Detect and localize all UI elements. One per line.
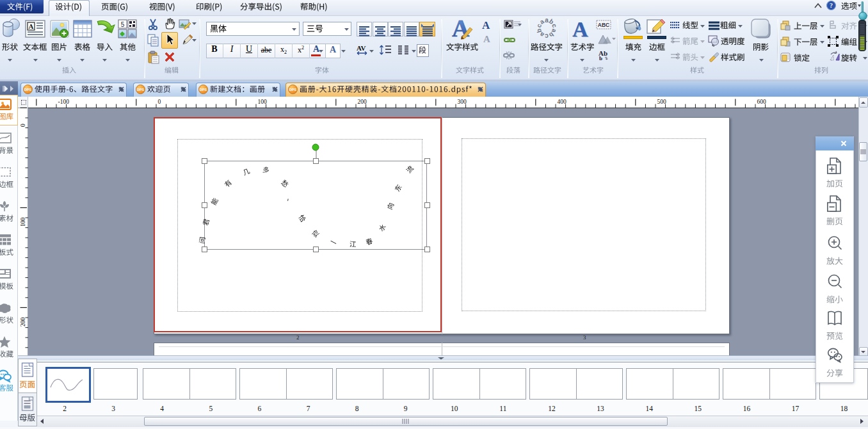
svg-text:300: 300: [458, 99, 467, 105]
svg-text:200: 200: [20, 318, 26, 327]
svg-text:DPS: DPS: [24, 88, 32, 92]
svg-text:DPS: DPS: [200, 88, 207, 92]
svg-text:b: b: [599, 55, 602, 61]
svg-text:DPS: DPS: [137, 88, 145, 92]
svg-text:DPS: DPS: [289, 88, 297, 92]
svg-text:100: 100: [20, 218, 26, 227]
svg-text:AV: AV: [357, 44, 366, 52]
svg-text:5: 5: [121, 21, 125, 28]
svg-text:A: A: [452, 15, 470, 42]
svg-text:500: 500: [657, 99, 667, 105]
svg-text:A: A: [29, 22, 34, 30]
svg-text:100: 100: [258, 99, 268, 105]
svg-text:-100: -100: [58, 99, 70, 105]
svg-text:400: 400: [558, 99, 567, 105]
svg-text:0: 0: [158, 99, 161, 105]
svg-text:0: 0: [20, 124, 26, 127]
svg-text:200: 200: [358, 99, 367, 105]
svg-text:ABC: ABC: [598, 22, 609, 28]
svg-text:?: ?: [830, 2, 833, 9]
svg-text:600: 600: [757, 99, 767, 105]
